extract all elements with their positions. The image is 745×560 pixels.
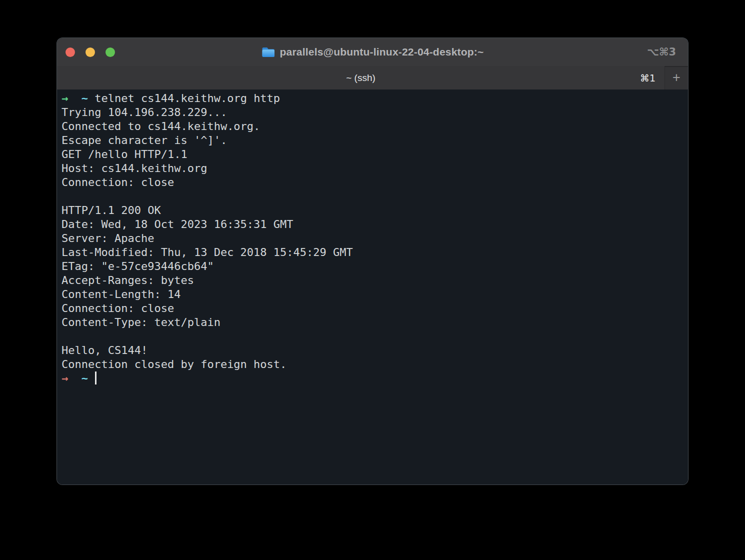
zoom-button[interactable] xyxy=(106,48,115,57)
terminal-line: Connection: close xyxy=(62,176,684,190)
terminal-line: Last-Modified: Thu, 13 Dec 2018 15:45:29… xyxy=(62,246,684,260)
terminal-line: Hello, CS144! xyxy=(62,344,684,358)
close-button[interactable] xyxy=(66,48,75,57)
window-shortcut-hint: ⌥⌘3 xyxy=(647,38,676,66)
tab-ssh[interactable]: ~ (ssh) ⌘1 xyxy=(57,66,664,90)
terminal-output[interactable]: → ~ telnet cs144.keithw.org httpTrying 1… xyxy=(57,90,688,484)
traffic-lights xyxy=(66,38,115,66)
window-title-group: parallels@ubuntu-linux-22-04-desktop:~ xyxy=(57,38,688,66)
terminal-line: HTTP/1.1 200 OK xyxy=(62,204,684,218)
terminal-line: Content-Type: text/plain xyxy=(62,316,684,330)
terminal-line: Connected to cs144.keithw.org. xyxy=(62,120,684,134)
terminal-line xyxy=(62,330,684,344)
terminal-line xyxy=(62,190,684,204)
terminal-line: Connection: close xyxy=(62,302,684,316)
window-title: parallels@ubuntu-linux-22-04-desktop:~ xyxy=(280,46,484,58)
terminal-line: Escape character is '^]'. xyxy=(62,134,684,148)
terminal-line: Trying 104.196.238.229... xyxy=(62,106,684,120)
minimize-button[interactable] xyxy=(86,48,95,57)
new-tab-button[interactable]: + xyxy=(664,66,688,90)
plus-icon: + xyxy=(672,71,680,84)
folder-icon xyxy=(262,46,275,58)
tab-shortcut-hint: ⌘1 xyxy=(640,66,656,90)
terminal-window: parallels@ubuntu-linux-22-04-desktop:~ ⌥… xyxy=(56,38,688,485)
terminal-line: Server: Apache xyxy=(62,232,684,246)
tab-bar: ~ (ssh) ⌘1 + xyxy=(57,66,688,90)
terminal-cursor xyxy=(95,372,96,384)
terminal-line: Host: cs144.keithw.org xyxy=(62,162,684,176)
titlebar[interactable]: parallels@ubuntu-linux-22-04-desktop:~ ⌥… xyxy=(57,38,688,66)
terminal-line: Accept-Ranges: bytes xyxy=(62,274,684,288)
terminal-line: ETag: "e-57ce93446cb64" xyxy=(62,260,684,274)
terminal-line: GET /hello HTTP/1.1 xyxy=(62,148,684,162)
tab-label: ~ (ssh) xyxy=(346,72,376,84)
terminal-line: Content-Length: 14 xyxy=(62,288,684,302)
terminal-line: → ~ telnet cs144.keithw.org http xyxy=(62,92,684,106)
terminal-line: Date: Wed, 18 Oct 2023 16:35:31 GMT xyxy=(62,218,684,232)
terminal-line: Connection closed by foreign host. xyxy=(62,358,684,372)
terminal-line: → ~ xyxy=(62,372,684,386)
